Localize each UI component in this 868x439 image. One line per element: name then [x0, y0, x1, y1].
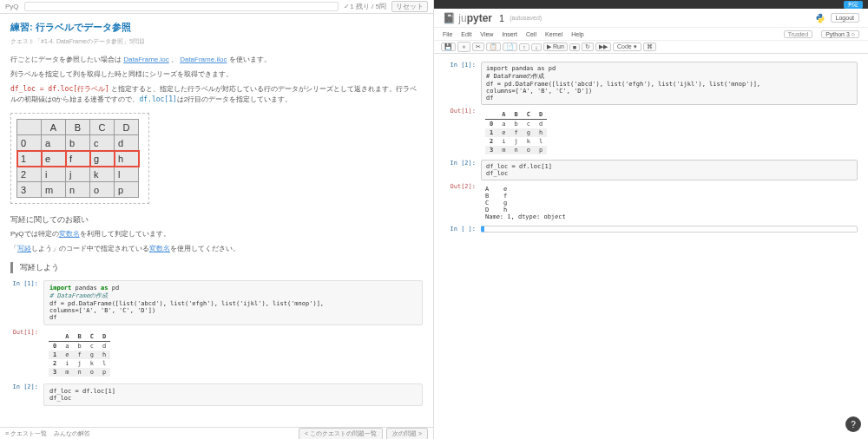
- nb-cell-out-1: Out[1]: ABCD0abcd1efgh2ijkl3mnop: [444, 108, 858, 157]
- link-dataframe-loc[interactable]: DataFrame.loc: [123, 56, 168, 63]
- jupyter-toolbar: 💾 ＋ ✂ 📋 📄 ↑ ↓ ▶ Run ■ ↻ ▶▶ Code ▾ ⌘: [434, 40, 868, 54]
- link-varname-2[interactable]: 変数名: [149, 245, 170, 252]
- autosave-text: (autosaved): [510, 15, 542, 21]
- jupyter-logo[interactable]: 📓 jupyter: [443, 12, 492, 24]
- trusted-badge[interactable]: Trusted: [784, 30, 812, 38]
- svg-point-0: [819, 14, 819, 15]
- left-cell-out-1: Out[1]: ABCD0abcd1efgh2ijkl3mnop: [10, 329, 423, 380]
- prev-button[interactable]: < このクエストの問題一覧: [299, 428, 383, 440]
- code-body-1: import pandas as pd # DataFrameの作成 df = …: [43, 280, 423, 325]
- save-icon[interactable]: 💾: [441, 43, 456, 51]
- nb-prompt-in-3: In [ ]:: [444, 226, 481, 233]
- note-line-1: PyQでは特定の変数名を利用して判定しています。: [10, 229, 423, 240]
- right-pane: 判定 📓 jupyter 1 (autosaved) Logout File E…: [434, 0, 868, 439]
- menu-kernel[interactable]: Kernel: [545, 31, 562, 37]
- search-input[interactable]: [24, 2, 339, 11]
- menu-file[interactable]: File: [443, 31, 452, 37]
- interrupt-icon[interactable]: ■: [569, 43, 580, 51]
- move-up-icon[interactable]: ↑: [519, 43, 529, 51]
- prompt-in-1: In [1]:: [10, 280, 43, 325]
- nb-prompt-in-2: In [2]:: [444, 160, 481, 180]
- nb-prompt-in-1: In [1]:: [444, 62, 481, 105]
- menu-insert[interactable]: Insert: [502, 31, 517, 37]
- notebook-name[interactable]: 1: [499, 13, 504, 23]
- lesson-title: 練習: 行ラベルでデータ参照: [10, 21, 423, 34]
- reset-button[interactable]: リセット: [391, 1, 428, 12]
- run-button[interactable]: ▶ Run: [543, 43, 568, 51]
- nb-cell-in-3[interactable]: In [ ]:: [444, 226, 858, 233]
- jupyter-menubar: File Edit View Insert Cell Kernel Help T…: [434, 28, 868, 40]
- paragraph-2: 列ラベルを指定して列を取得した時と同様にシリーズを取得できます。: [10, 69, 423, 81]
- menu-edit[interactable]: Edit: [461, 31, 471, 37]
- code-inline-2: df.loc[1]: [139, 95, 176, 103]
- nb-output-2: A e B f C g D h Name: 1, dtype: object: [481, 183, 858, 223]
- right-blackbar: 判定: [434, 0, 868, 9]
- help-button[interactable]: ?: [845, 416, 861, 432]
- paragraph-1: 行ごとにデータを参照したい場合は DataFrame.loc 、 DataFra…: [10, 55, 423, 66]
- check-icon: ✓: [344, 3, 350, 10]
- menu-view[interactable]: View: [480, 31, 493, 37]
- restart-run-icon[interactable]: ▶▶: [595, 43, 611, 51]
- paragraph-3: df_loc = df.loc[行ラベル] と指定すると、指定した行ラベルが対応…: [10, 84, 423, 107]
- prompt-in-2: In [2]:: [10, 383, 43, 406]
- progress-text: 1 残り / 5問: [350, 2, 386, 11]
- command-palette-icon[interactable]: ⌘: [643, 43, 656, 51]
- logout-button[interactable]: Logout: [831, 13, 859, 23]
- prompt-out-1: Out[1]:: [10, 329, 43, 380]
- python-icon: [815, 13, 825, 23]
- nb-code-2[interactable]: df_loc = df.loc[1]df_loc: [481, 160, 858, 180]
- nb-prompt-out-2: Out[2]:: [444, 183, 481, 223]
- nb-cell-out-2: Out[2]: A e B f C g D h Name: 1, dtype: …: [444, 183, 858, 223]
- celltype-select[interactable]: Code ▾: [613, 43, 641, 51]
- lesson-body: 練習: 行ラベルでデータ参照 クエスト「#1-4. DataFrameのデータ参…: [0, 14, 433, 427]
- nb-code-1[interactable]: import pandas as pd # DataFrameの作成 df = …: [481, 62, 858, 105]
- nb-prompt-out-1: Out[1]:: [444, 108, 481, 157]
- breadcrumb: クエスト「#1-4. DataFrameのデータ参照」5問目: [10, 37, 423, 46]
- menu-cell[interactable]: Cell: [526, 31, 536, 37]
- next-button[interactable]: 次の問題 >: [386, 428, 428, 440]
- nb-code-3[interactable]: [481, 226, 858, 233]
- example-table-image: ABCD0abcd1efgh2ijkl3mnop: [10, 113, 149, 204]
- note-line-2: 「写経しよう」のコード中で指定されている変数名を使用してください。: [10, 244, 423, 255]
- left-footer: ≡ クエスト一覧 みんなの解答 < このクエストの問題一覧 次の問題 >: [0, 427, 433, 439]
- left-cell-in-1: In [1]: import pandas as pd # DataFrameの…: [10, 280, 423, 325]
- code-inline-1: df_loc = df.loc[行ラベル]: [10, 85, 109, 93]
- kernel-indicator[interactable]: Python 3 ○: [821, 30, 859, 38]
- left-cell-in-2: In [2]: df_loc = df.loc[1]df_loc: [10, 383, 423, 406]
- example-table: ABCD0abcd1efgh2ijkl3mnop: [16, 119, 139, 198]
- everyone-answers-link[interactable]: みんなの解答: [54, 429, 90, 438]
- paste-icon[interactable]: 📄: [503, 43, 517, 51]
- move-down-icon[interactable]: ↓: [531, 43, 542, 51]
- code-body-2: df_loc = df.loc[1]df_loc: [43, 383, 423, 406]
- svg-point-1: [821, 21, 822, 22]
- left-topbar: PyQ ✓ 1 残り / 5問 リセット: [0, 0, 433, 14]
- menu-help[interactable]: Help: [571, 31, 583, 37]
- link-shakyo[interactable]: 写経: [17, 245, 31, 252]
- quest-list-link[interactable]: ≡ クエスト一覧: [5, 429, 47, 438]
- link-varname-1[interactable]: 変数名: [59, 230, 80, 238]
- link-dataframe-iloc[interactable]: DataFrame.iloc: [180, 56, 227, 63]
- cut-icon[interactable]: ✂: [472, 43, 484, 51]
- output-table-1: ABCD0abcd1efgh2ijkl3mnop: [43, 329, 423, 380]
- copy-icon[interactable]: 📋: [486, 43, 501, 51]
- notebook-body[interactable]: In [1]: import pandas as pd # DataFrameの…: [434, 54, 868, 439]
- add-cell-icon[interactable]: ＋: [457, 42, 470, 52]
- shakyo-heading: 写経しよう: [10, 262, 423, 273]
- nb-cell-in-2[interactable]: In [2]: df_loc = df.loc[1]df_loc: [444, 160, 858, 180]
- pyq-logo: PyQ: [5, 3, 19, 10]
- note-heading: 写経に関してのお願い: [10, 214, 423, 226]
- judge-badge[interactable]: 判定: [844, 1, 863, 9]
- nb-output-1: ABCD0abcd1efgh2ijkl3mnop: [481, 108, 858, 157]
- restart-icon[interactable]: ↻: [582, 43, 594, 51]
- left-pane: PyQ ✓ 1 残り / 5問 リセット 練習: 行ラベルでデータ参照 クエスト…: [0, 0, 434, 439]
- nb-cell-in-1[interactable]: In [1]: import pandas as pd # DataFrameの…: [444, 62, 858, 105]
- jupyter-header: 📓 jupyter 1 (autosaved) Logout: [434, 9, 868, 28]
